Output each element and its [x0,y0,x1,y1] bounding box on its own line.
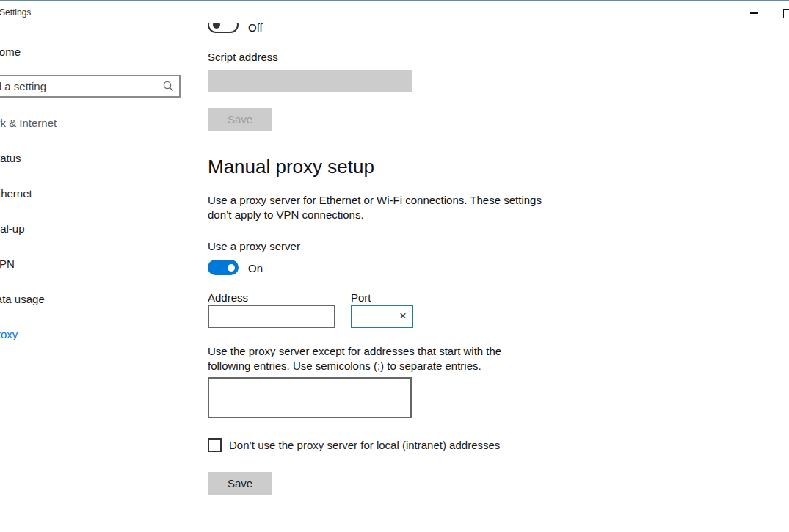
search-input[interactable] [0,76,157,96]
sidebar-item-proxy[interactable]: Proxy [0,328,18,340]
script-address-label: Script address [208,51,278,63]
clear-icon[interactable]: × [394,306,412,327]
script-save-button[interactable]: Save [208,108,272,131]
proxy-exceptions-description: Use the proxy server except for addresse… [208,344,516,374]
setup-script-toggle[interactable] [208,23,239,33]
sidebar-item-ethernet[interactable]: Ethernet [0,187,32,200]
sidebar-item-data-usage[interactable]: Data usage [0,293,45,305]
toggle-knob [228,264,235,272]
search-box [0,75,181,98]
proxy-exceptions-input[interactable] [208,377,412,418]
manual-proxy-heading: Manual proxy setup [208,156,374,178]
manual-proxy-description: Use a proxy server for Ethernet or Wi-Fi… [208,193,547,222]
settings-window: { "window": { "title": "Settings" }, "si… [0,0,789,532]
maximize-button[interactable] [777,4,789,22]
sidebar-item-vpn[interactable]: VPN [0,258,15,270]
use-proxy-server-label: Use a proxy server [208,240,300,252]
auto-detect-toggle-clip [208,23,240,35]
minimize-button[interactable] [743,4,765,22]
toggle-knob [213,23,220,29]
port-input[interactable] [352,306,394,327]
sidebar-section-network-internet: Network & Internet [0,117,57,129]
local-addresses-checkbox[interactable] [208,438,222,452]
window-title: Settings [0,7,31,18]
manual-save-button[interactable]: Save [208,472,272,495]
minimize-icon [750,12,758,14]
maximize-icon [783,9,789,18]
setup-script-toggle-state: Off [248,21,263,34]
sidebar-item-status[interactable]: Status [0,152,21,164]
sidebar-item-home[interactable]: Home [0,45,21,58]
address-label: Address [208,291,248,304]
address-input[interactable] [208,305,335,328]
local-addresses-checkbox-label: Don’t use the proxy server for local (in… [229,439,500,451]
port-field: × [351,305,413,328]
use-proxy-server-toggle[interactable] [208,260,239,275]
search-icon[interactable] [157,76,179,96]
script-address-input[interactable] [208,70,412,92]
use-proxy-server-toggle-state: On [248,262,263,274]
port-label: Port [351,291,371,304]
sidebar-item-dialup[interactable]: Dial-up [0,222,25,235]
